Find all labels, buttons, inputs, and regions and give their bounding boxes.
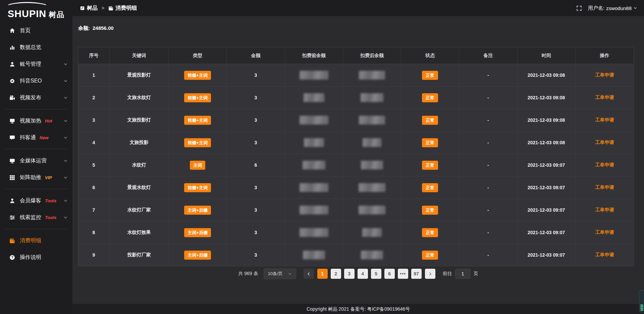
next-page-button[interactable] [425,269,435,279]
masked-balance [359,183,385,192]
column-header-7: 状态 [401,47,459,64]
status-badge: 正常 [422,183,438,192]
sidebar-item-clue-monitor[interactable]: 线索监控Tools [0,209,72,226]
cell-amount: 3 [227,244,285,266]
page-button-more[interactable]: ••• [398,269,408,279]
sidebar-item-douketong[interactable]: 抖客通New [0,129,72,146]
sidebar-item-video-publish[interactable]: 视频发布 [0,89,72,106]
cell-action: 工单申请 [576,199,634,221]
page-size-select[interactable]: 10条/页 [264,268,296,279]
sidebar-item-video-heat[interactable]: 视频加热Hot [0,112,72,129]
table-row: 2文旅水纹灯前缀+主词3正常-2021-12-03 09:08工单申请 [78,87,634,109]
bar-chart-icon [9,45,15,50]
sidebar-item-douyin-seo[interactable]: 抖音SEO [0,72,72,89]
cell-pre-balance [285,221,343,244]
cell-index: 8 [78,221,110,244]
widget-bars [640,305,643,311]
sidebar-item-tag: VIP [45,175,52,180]
page-button-5[interactable]: 5 [371,269,381,279]
page-button-6[interactable]: 6 [384,269,395,279]
masked-balance [359,206,385,214]
page-button-3[interactable]: 3 [344,269,355,279]
app-icon [80,6,85,11]
work-order-link[interactable]: 工单申请 [595,252,614,258]
masked-balance [300,206,328,214]
work-order-link[interactable]: 工单申请 [595,185,614,191]
balance-value: 24856.00 [93,25,114,31]
chevron-down-icon [63,159,68,163]
username-value: zswodun88 [606,5,632,11]
breadcrumb-item-home[interactable]: 树品 [80,5,98,12]
cell-type: 主词+后缀 [169,221,227,244]
sidebar-item-member-baoke[interactable]: 会员爆客Tools [0,192,72,209]
sidebar-item-account-management[interactable]: 账号管理 [0,56,72,72]
work-order-link[interactable]: 工单申请 [595,162,614,168]
chevron-down-icon [63,79,68,83]
cell-keyword: 景观水纹灯 [110,176,169,199]
cell-remark: - [459,87,517,109]
sidebar-item-home[interactable]: 首页 [0,22,72,39]
sidebar-item-instructions[interactable]: ?操作说明 [0,249,72,266]
cell-remark: - [459,221,517,244]
breadcrumb-item-current[interactable]: 消费明细 [108,5,137,12]
chevron-down-icon [288,272,292,276]
sidebar-item-tag: Tools [45,198,56,203]
sidebar-item-label: 抖客通 [20,134,36,141]
chat-icon [9,135,15,141]
table-row: 5水纹灯主词6正常-2021-12-03 09:07工单申请 [78,154,634,176]
breadcrumb-separator: > [102,5,104,11]
sidebar-item-tag: Tools [45,215,56,220]
page-buttons: 123456•••97 [317,269,422,279]
cell-amount: 3 [227,132,285,154]
type-badge: 前缀+主词 [184,93,211,102]
work-order-link[interactable]: 工单申请 [595,117,614,123]
page-button-2[interactable]: 2 [331,269,341,279]
sidebar-item-data-overview[interactable]: 数据总览 [0,39,72,56]
page-button-1[interactable]: 1 [317,269,328,279]
gear-icon [9,78,15,84]
column-header-9: 时间 [518,47,576,64]
work-order-link[interactable]: 工单申请 [595,229,614,235]
cell-time: 2021-12-03 09:07 [518,199,576,221]
home-icon [9,28,15,34]
sliders-icon [9,215,15,220]
status-badge: 正常 [422,206,438,215]
cell-amount: 6 [227,154,285,176]
type-badge: 前缀+主词 [184,116,211,125]
chevron-down-icon [63,175,68,180]
fullscreen-button[interactable] [576,5,582,11]
prev-page-button[interactable] [304,269,314,279]
work-order-link[interactable]: 工单申请 [595,140,614,146]
work-order-link[interactable]: 工单申请 [595,72,614,78]
page-button-97[interactable]: 97 [411,269,422,279]
sidebar-item-matrix-boost[interactable]: 矩阵助推VIP [0,169,72,186]
table-row: 1景观投影灯前缀+主词3正常-2021-12-03 09:08工单申请 [78,64,634,87]
breadcrumb-label: 消费明细 [115,5,137,12]
page-button-4[interactable]: 4 [358,269,368,279]
cell-index: 6 [78,176,110,199]
goto-label: 前往 [443,271,452,277]
column-header-8: 备注 [459,47,517,64]
sidebar-divider [5,149,68,149]
column-header-1: 序号 [78,47,110,64]
sidebar-item-media-operation[interactable]: 全媒体运营 [0,152,72,169]
question-icon: ? [9,255,15,260]
cell-post-balance [343,132,401,154]
cell-index: 5 [78,154,110,176]
cell-time: 2021-12-03 09:07 [518,221,576,244]
column-header-2: 关键词 [110,47,169,64]
work-order-link[interactable]: 工单申请 [595,95,614,101]
sidebar-item-label: 会员爆客 [20,197,41,204]
work-order-link[interactable]: 工单申请 [595,207,614,213]
sidebar-item-consumption-detail[interactable]: 消费明细 [0,232,72,249]
masked-balance [303,161,325,169]
cell-post-balance [343,109,401,131]
cell-post-balance [343,154,401,176]
masked-balance [300,71,328,80]
cell-type: 前缀+主词 [169,176,227,199]
user-menu[interactable]: 用户名: zswodun88 [588,5,637,11]
goto-page-input[interactable] [455,269,471,279]
masked-balance [361,161,383,169]
consumption-table: 序号关键词类型金额扣费前余额扣费后余额状态备注时间操作 1景观投影灯前缀+主词3… [78,47,634,266]
cell-pre-balance [285,87,343,109]
